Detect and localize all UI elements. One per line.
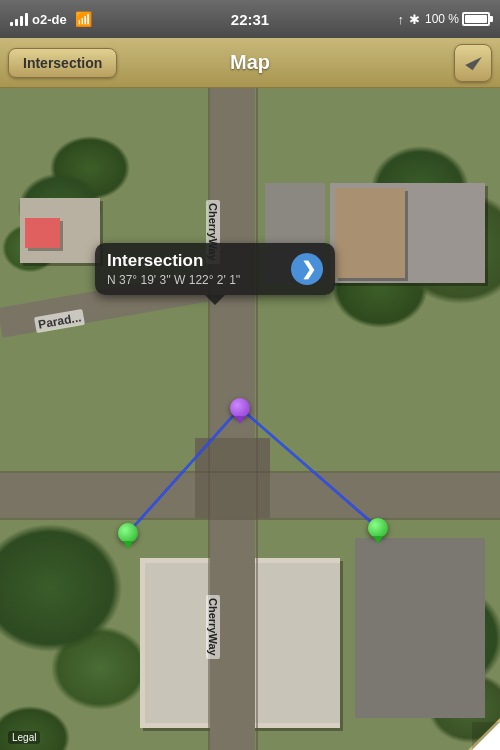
bluetooth-icon: ✱: [409, 12, 420, 27]
pin-purple[interactable]: [230, 398, 250, 418]
callout-coords: N 37° 19' 3'' W 122° 2' 1'': [107, 273, 240, 287]
signal-bars: [10, 12, 28, 26]
road-label-cherryway-2: CherryWay: [206, 595, 220, 659]
curb-h1: [0, 471, 500, 473]
pin-green-left[interactable]: [118, 523, 138, 543]
location-arrow-icon: ↑: [397, 12, 404, 27]
parking-2: [355, 538, 485, 718]
battery-container: 100 %: [425, 12, 490, 26]
page-curl: [468, 718, 500, 750]
callout-text: Intersection N 37° 19' 3'' W 122° 2' 1'': [107, 251, 240, 287]
map-callout[interactable]: Intersection N 37° 19' 3'' W 122° 2' 1''…: [95, 243, 335, 295]
back-button[interactable]: Intersection: [8, 48, 117, 78]
signal-bar-3: [20, 16, 23, 26]
status-left: o2-de 📶: [10, 11, 92, 27]
battery-fill: [465, 15, 487, 23]
signal-bar-2: [15, 19, 18, 26]
curb-v2: [256, 88, 258, 750]
wifi-icon: 📶: [75, 11, 92, 27]
road-intersection: [195, 438, 270, 518]
battery-percent: 100 %: [425, 12, 459, 26]
legal-text[interactable]: Legal: [8, 731, 40, 744]
nav-bar: Intersection Map: [0, 38, 500, 88]
callout-chevron-icon: ❯: [301, 258, 316, 280]
signal-bar-1: [10, 22, 13, 26]
location-button[interactable]: [454, 44, 492, 82]
status-time: 22:31: [231, 11, 269, 28]
callout-detail-button[interactable]: ❯: [291, 253, 323, 285]
battery-icon: [462, 12, 490, 26]
signal-bar-4: [25, 13, 28, 26]
curb-h2: [0, 518, 500, 520]
building-2: [25, 218, 60, 248]
nav-title: Map: [230, 51, 270, 74]
map-container[interactable]: CherryWay CherryWay Parad... Intersectio…: [0, 88, 500, 750]
pin-green-right[interactable]: [368, 518, 388, 538]
callout-title: Intersection: [107, 251, 240, 271]
location-arrow-icon: [465, 52, 482, 70]
building-4: [335, 188, 405, 278]
carrier-label: o2-de: [32, 12, 67, 27]
status-right: ↑ ✱ 100 %: [397, 12, 490, 27]
status-bar: o2-de 📶 22:31 ↑ ✱ 100 %: [0, 0, 500, 38]
